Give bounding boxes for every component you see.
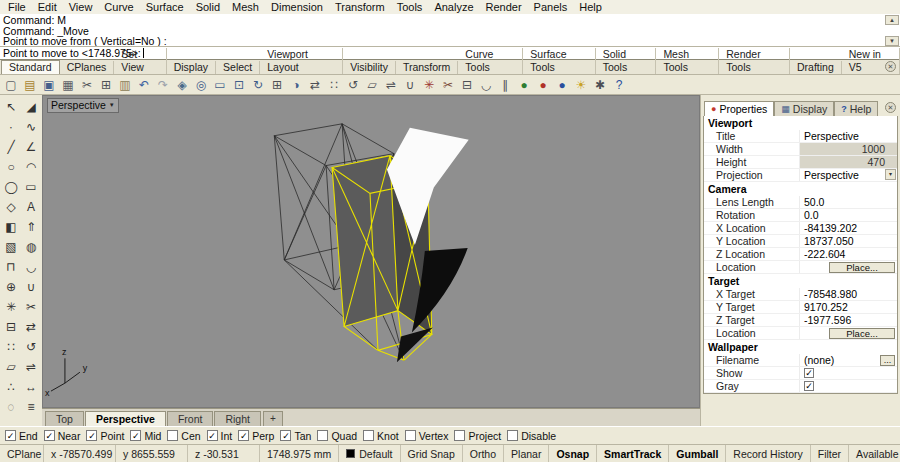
offset-icon[interactable]: ∥ xyxy=(496,76,514,94)
osnap-perp[interactable]: Perp xyxy=(238,430,274,442)
gumball-toggle[interactable]: Gumball xyxy=(669,445,726,462)
ortho-toggle[interactable]: Ortho xyxy=(463,445,504,462)
osnap-near[interactable]: Near xyxy=(44,430,81,442)
undo-icon[interactable]: ↶ xyxy=(135,76,153,94)
circle-icon[interactable]: ○ xyxy=(1,157,21,177)
polyline-icon[interactable]: ∠ xyxy=(21,137,41,157)
menu-curve[interactable]: Curve xyxy=(98,1,139,14)
place-camera-button[interactable]: Place... xyxy=(829,262,895,273)
gray-wallpaper-checkbox[interactable] xyxy=(804,381,814,391)
pan-view-icon[interactable]: ◈ xyxy=(173,76,191,94)
arc-icon[interactable]: ◠ xyxy=(21,157,41,177)
osnap-quad[interactable]: Quad xyxy=(317,430,357,442)
osnap-cen[interactable]: Cen xyxy=(167,430,200,442)
tab-transform[interactable]: Transform xyxy=(396,61,458,74)
title-value[interactable]: Perspective xyxy=(799,130,897,142)
options-icon[interactable]: ✱ xyxy=(591,76,609,94)
menu-file[interactable]: File xyxy=(2,1,32,14)
selection-menu-icon[interactable]: ◢ xyxy=(21,97,41,117)
checkbox[interactable] xyxy=(454,430,465,441)
x-location-value[interactable]: -84139.202 xyxy=(799,222,897,234)
menu-solid[interactable]: Solid xyxy=(190,1,226,14)
panel-tab-display[interactable]: ▦ Display xyxy=(774,101,834,116)
rotation-value[interactable]: 0.0 xyxy=(799,209,897,221)
osnap-tan[interactable]: Tan xyxy=(280,430,311,442)
osnap-end[interactable]: End xyxy=(5,430,38,442)
text-icon[interactable]: A xyxy=(21,197,41,217)
help-icon[interactable]: ? xyxy=(610,76,628,94)
dropdown-arrow-icon[interactable]: ▾ xyxy=(885,169,896,180)
browse-wallpaper-button[interactable]: ... xyxy=(880,355,895,366)
zoom-dynamic-icon[interactable]: ◎ xyxy=(192,76,210,94)
menu-panels[interactable]: Panels xyxy=(528,1,574,14)
panel-tab-properties[interactable]: ● Properties xyxy=(704,101,774,116)
checkbox[interactable] xyxy=(5,430,16,441)
checkbox[interactable] xyxy=(167,430,178,441)
tab-drafting[interactable]: Drafting xyxy=(790,61,842,74)
boolean-icon[interactable]: ⊕ xyxy=(1,277,21,297)
tab-standard[interactable]: Standard xyxy=(1,60,60,74)
menu-transform[interactable]: Transform xyxy=(329,1,391,14)
y-target-value[interactable]: 9170.252 xyxy=(799,301,897,313)
viewport-tab-perspective[interactable]: Perspective xyxy=(85,411,166,426)
point-icon[interactable]: ∙ xyxy=(1,117,21,137)
projection-select[interactable]: Perspective ▾ xyxy=(799,169,897,181)
tab-render-tools[interactable]: Render Tools xyxy=(719,48,790,74)
hide-icon[interactable]: ◌ xyxy=(1,397,21,417)
rotate-view-icon[interactable]: ↻ xyxy=(249,76,267,94)
rotate-object-icon[interactable]: ↺ xyxy=(344,76,362,94)
tab-cplanes[interactable]: CPlanes xyxy=(60,61,115,74)
fillet-icon[interactable]: ◡ xyxy=(21,257,41,277)
move-icon[interactable]: ⇄ xyxy=(306,76,324,94)
osnap-mid[interactable]: Mid xyxy=(130,430,161,442)
close-icon[interactable]: ✕ xyxy=(885,102,896,113)
z-target-value[interactable]: -1977.596 xyxy=(799,314,897,326)
checkbox[interactable] xyxy=(130,430,141,441)
checkbox[interactable] xyxy=(405,430,416,441)
polygon-icon[interactable]: ◇ xyxy=(1,197,21,217)
z-location-value[interactable]: -222.604 xyxy=(799,248,897,260)
checkbox[interactable] xyxy=(280,430,291,441)
osnap-toggle[interactable]: Osnap xyxy=(549,445,597,462)
checkbox[interactable] xyxy=(44,430,55,441)
paste-icon[interactable]: ▥ xyxy=(116,76,134,94)
checkbox[interactable] xyxy=(238,430,249,441)
tab-surface-tools[interactable]: Surface Tools xyxy=(523,48,595,74)
menu-edit[interactable]: Edit xyxy=(32,1,63,14)
close-icon[interactable]: ✕ xyxy=(885,61,896,72)
viewport-tab-front[interactable]: Front xyxy=(167,411,214,426)
checkbox[interactable] xyxy=(86,430,97,441)
cylinder-icon[interactable]: ⊓ xyxy=(1,257,21,277)
place-target-button[interactable]: Place... xyxy=(829,328,895,339)
mirror-icon[interactable]: ⇌ xyxy=(21,357,41,377)
tab-set-view[interactable]: Set View xyxy=(114,48,166,74)
smarttrack-toggle[interactable]: SmartTrack xyxy=(597,445,669,462)
x-target-value[interactable]: -78548.980 xyxy=(799,288,897,300)
show-wallpaper-checkbox[interactable] xyxy=(804,368,814,378)
tab-solid-tools[interactable]: Solid Tools xyxy=(596,48,657,74)
scroll-down-icon[interactable]: ▼ xyxy=(885,36,899,46)
join-icon[interactable]: ∪ xyxy=(401,76,419,94)
light-icon[interactable]: ☀ xyxy=(572,76,590,94)
tab-mesh-tools[interactable]: Mesh Tools xyxy=(656,48,719,74)
checkbox[interactable] xyxy=(363,430,374,441)
copy-icon[interactable]: ⊞ xyxy=(97,76,115,94)
zoom-extents-icon[interactable]: ⊡ xyxy=(230,76,248,94)
array-icon[interactable]: ∴ xyxy=(1,377,21,397)
osnap-int[interactable]: Int xyxy=(207,430,233,442)
menu-view[interactable]: View xyxy=(63,1,99,14)
checkbox[interactable] xyxy=(317,430,328,441)
select-arrow-icon[interactable]: ↖ xyxy=(1,97,21,117)
black-surface-small[interactable] xyxy=(397,328,433,363)
osnap-disable[interactable]: Disable xyxy=(507,430,556,442)
scroll-up-icon[interactable]: ▲ xyxy=(885,15,899,25)
checkbox[interactable] xyxy=(207,430,218,441)
osnap-vertex[interactable]: Vertex xyxy=(405,430,449,442)
osnap-project[interactable]: Project xyxy=(454,430,501,442)
raytrace-icon[interactable]: ● xyxy=(553,76,571,94)
tab-select[interactable]: Select xyxy=(216,61,260,74)
menu-render[interactable]: Render xyxy=(480,1,528,14)
dimension-icon[interactable]: ↔ xyxy=(21,377,41,397)
split-icon[interactable]: ⊟ xyxy=(1,317,21,337)
tab-visibility[interactable]: Visibility xyxy=(343,61,396,74)
